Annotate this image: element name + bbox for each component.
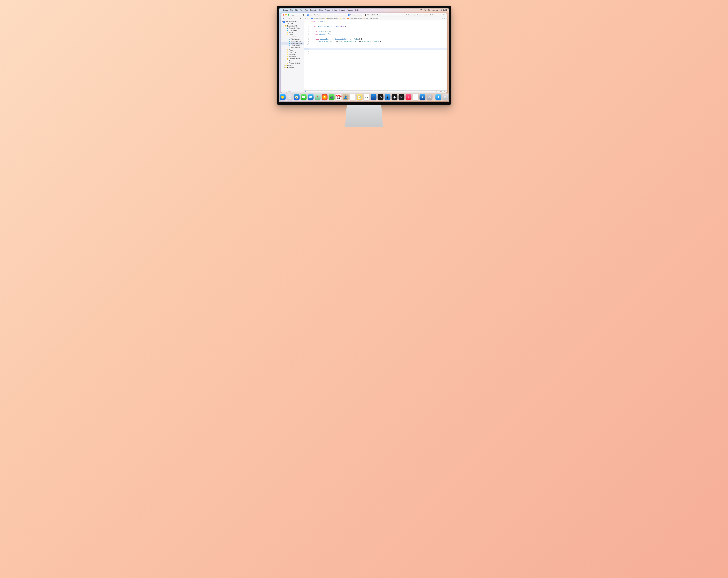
tree-node-libraryview[interactable]: 🐦LibraryView: [282, 36, 304, 38]
dock-app-safari[interactable]: 🧭: [294, 94, 300, 100]
dock-app-music[interactable]: ♪: [406, 94, 412, 100]
tree-node-destinationvideo[interactable]: ✦DestinationVideo: [282, 58, 304, 60]
tree-node-shareplay[interactable]: ▸📁SharePlay: [282, 51, 304, 53]
tree-node-products[interactable]: ▸📁Products: [282, 64, 304, 67]
dock-app-messages[interactable]: 💬: [301, 94, 307, 100]
dock-app-calendar[interactable]: JUN10: [336, 94, 342, 100]
source-control-navigator-icon[interactable]: ◧: [286, 18, 287, 19]
tree-node-destinationvideo[interactable]: ▾📁DestinationVideo: [282, 25, 304, 27]
jump-bar[interactable]: ‹ › ADestinationVideo›📁DestinationVideo›…: [308, 18, 446, 19]
dock-app-photos[interactable]: ✿: [322, 94, 328, 100]
adjust-editor-icon[interactable]: ⫸: [442, 18, 443, 19]
dock-app-launchpad[interactable]: ◫: [287, 94, 293, 100]
dock-app-contacts[interactable]: 👤: [343, 94, 348, 100]
run-button[interactable]: ▶: [303, 14, 305, 16]
app-menu[interactable]: Xcode: [283, 9, 288, 11]
inspectors-toggle-icon[interactable]: [443, 14, 445, 16]
back-button[interactable]: ‹: [309, 18, 309, 19]
tree-node-model[interactable]: ▸📁Model: [282, 31, 304, 34]
tree-node-destinationvideo[interactable]: ▾ADestinationVideo: [282, 21, 304, 23]
menu-product[interactable]: Product: [325, 9, 330, 11]
menu-integrate[interactable]: Integrate: [339, 9, 345, 11]
dock-app-maps[interactable]: 📍: [315, 94, 321, 100]
tree-node-gradientview[interactable]: 🐦GradientView: [282, 45, 304, 47]
tree-node-destinationvideo[interactable]: 🐦DestinationVideo: [282, 27, 304, 29]
tree-node-resources[interactable]: ▸📁Resources: [282, 55, 304, 58]
code-content[interactable]: import SwiftUI struct VideoCollectionVie…: [310, 20, 446, 91]
breakpoint-navigator-icon[interactable]: ⎊: [303, 18, 304, 19]
add-editor-icon[interactable]: ⊞: [444, 18, 445, 19]
menubar-clock[interactable]: Mon Jun 10 9:41 AM: [432, 9, 447, 11]
disclosure-icon[interactable]: ▾: [282, 21, 283, 22]
forward-button[interactable]: ›: [310, 18, 310, 19]
dock-app-mail[interactable]: ✉️: [308, 94, 314, 100]
dock-app-tv[interactable]: tv: [399, 94, 405, 100]
tree-node-videoinfoview[interactable]: 🐦VideoInfoView: [282, 38, 304, 40]
menu-file[interactable]: File: [290, 9, 293, 11]
tree-node-info[interactable]: iInfo: [282, 60, 304, 62]
project-title[interactable]: A DestinationVideo: [307, 14, 321, 16]
project-navigator-icon[interactable]: ▦: [283, 18, 284, 19]
spotlight-icon[interactable]: [424, 9, 426, 11]
zoom-button[interactable]: [288, 14, 289, 16]
add-button[interactable]: ＋: [439, 14, 441, 16]
add-file-button[interactable]: ＋: [282, 91, 284, 93]
dock-app-notes[interactable]: 📝: [357, 94, 363, 100]
dock-app-appstore[interactable]: A: [420, 94, 425, 100]
menu-help[interactable]: Help: [355, 9, 359, 11]
menu-view[interactable]: View: [300, 9, 303, 11]
sidebar-toggle-icon[interactable]: [292, 14, 294, 16]
tree-node-preview-content[interactable]: ▸📁Preview Content: [282, 62, 304, 64]
menu-edit[interactable]: Edit: [295, 9, 297, 11]
dock-app-settings[interactable]: ⚙︎: [426, 94, 433, 100]
dock-app-xcode[interactable]: 🔨: [371, 94, 376, 100]
tree-node-contentview[interactable]: 🐦ContentView: [282, 29, 304, 31]
menu-window[interactable]: Window: [347, 9, 353, 11]
breadcrumb-2[interactable]: 📁Views: [340, 18, 345, 19]
window-controls: [282, 14, 289, 16]
tree-node-views[interactable]: ▾📁Views: [282, 34, 304, 36]
control-center-icon[interactable]: [428, 9, 430, 11]
dock-app-facetime[interactable]: 📹: [329, 94, 335, 100]
breadcrumb-3[interactable]: SVideoCollectionView: [347, 18, 362, 19]
scheme-selector[interactable]: DestinationVideo › 📱 iPhone 15 Pro Max: [348, 14, 380, 16]
editor-options-icon[interactable]: ≡: [440, 18, 440, 19]
menu-debug[interactable]: Debug: [332, 9, 337, 11]
breadcrumb-1[interactable]: 📁DestinationVideo: [326, 18, 338, 19]
dock-downloads[interactable]: ⬇︎: [436, 94, 441, 100]
close-button[interactable]: [283, 14, 284, 16]
dock-app-simulator[interactable]: 📱: [385, 94, 390, 100]
dock-app-freeform[interactable]: 〰️: [364, 94, 369, 100]
menu-editor[interactable]: Editor: [318, 9, 323, 11]
menu-navigate[interactable]: Navigate: [310, 9, 316, 11]
dock-app-reminders[interactable]: ☰: [350, 94, 356, 100]
tree-node-readme[interactable]: ≡README: [282, 23, 304, 25]
find-navigator-icon[interactable]: ⚲: [291, 18, 292, 19]
monitor: Xcode FileEditViewFindNavigateEditorProd…: [277, 6, 451, 127]
filter-input[interactable]: [288, 91, 305, 93]
filter-scope-button[interactable]: ⌄: [285, 91, 287, 93]
dock-app-finder[interactable]: 🙂: [280, 94, 286, 100]
tree-node-videocardview[interactable]: 🐦VideoCardView: [282, 40, 304, 42]
wifi-icon[interactable]: [420, 9, 422, 11]
tree-node-frameworks[interactable]: ▸📁Frameworks: [282, 67, 304, 69]
breadcrumb-0[interactable]: ADestinationVideo: [311, 18, 323, 19]
issue-navigator-icon[interactable]: ⚠: [294, 18, 295, 19]
tree-node-player[interactable]: ▸📁Player: [282, 49, 304, 51]
breadcrumb-4[interactable]: SVideoCollectionView: [364, 18, 378, 19]
dock-trash[interactable]: 🗑: [442, 94, 448, 100]
tree-node-viewmodifiers[interactable]: 🐦ViewModifiers: [282, 47, 304, 49]
tree-node-extensions[interactable]: ▸📁Extensions: [282, 53, 304, 55]
dock-app-news[interactable]: N: [413, 94, 418, 100]
code-editor[interactable]: 1234567891011121314import SwiftUI struct…: [304, 20, 446, 91]
dock-app-appstoredev[interactable]: ⚙︎: [378, 94, 384, 100]
bookmark-navigator-icon[interactable]: ☰: [288, 18, 290, 19]
minimize-button[interactable]: [285, 14, 287, 16]
menu-find[interactable]: Find: [305, 9, 308, 11]
debug-navigator-icon[interactable]: ▣: [300, 18, 301, 19]
activity-status-label: DestinationVideo: Ready | Today at 9:41 …: [406, 14, 434, 16]
test-navigator-icon[interactable]: ◇: [297, 18, 298, 19]
tree-node-videocollectionview[interactable]: 🐦VideoCollectionView: [282, 42, 304, 45]
dock-app-arcade[interactable]: ◆: [392, 94, 397, 100]
report-navigator-icon[interactable]: ☲: [305, 18, 306, 19]
